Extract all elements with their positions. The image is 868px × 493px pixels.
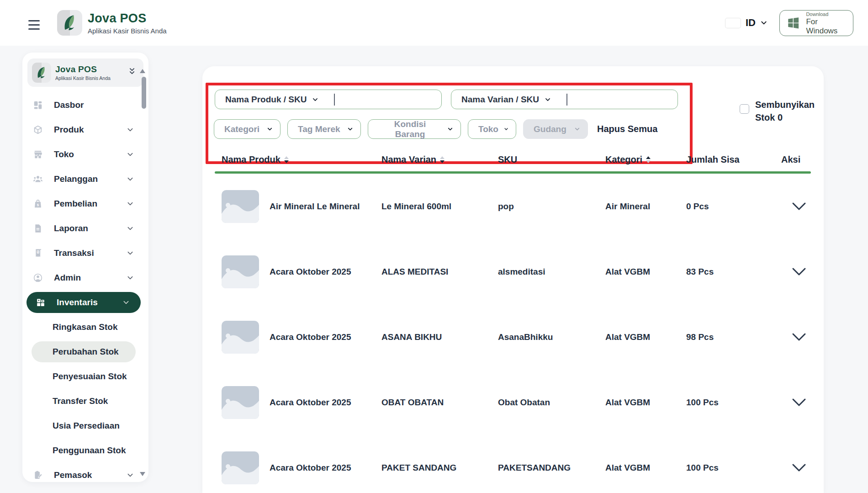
sidebar-nav: Dasbor Produk Toko Pelanggan Pembelian (22, 93, 148, 482)
sidebar-subitem-usia-persediaan[interactable]: Usia Persediaan (22, 413, 148, 438)
receipt-icon (33, 248, 43, 258)
language-selector[interactable]: ID (725, 17, 767, 29)
cell-nama-produk: Acara Oktober 2025 (270, 332, 351, 342)
toko-filter-dropdown[interactable]: Toko (468, 119, 516, 139)
sidebar-brand-tagline: Aplikasi Kasir Bisnis Anda (55, 75, 111, 81)
sidebar-subitem-transfer-stok[interactable]: Transfer Stok (22, 389, 148, 413)
hide-stock-zero-control[interactable]: Sembunyikan Stok 0 (740, 98, 815, 124)
expand-row-button[interactable] (780, 396, 818, 409)
sidebar-scrollbar-up-arrow[interactable] (140, 69, 145, 73)
customers-icon (33, 174, 43, 184)
sidebar-scrollbar-thumb[interactable] (142, 77, 146, 109)
chevron-down-icon (127, 249, 134, 257)
table-row: Acara Oktober 2025 OBAT OBATAN Obat Obat… (215, 370, 811, 435)
top-header: Jova POS Aplikasi Kasir Bisnis Anda ID D… (0, 0, 868, 46)
sidebar-item-pemasok[interactable]: Pemasok (22, 463, 148, 482)
download-for-windows-button[interactable]: Download For Windows (779, 10, 853, 36)
chevron-down-icon (127, 200, 134, 207)
cell-nama-varian: OBAT OBATAN (381, 398, 498, 408)
download-label-small: Download (806, 11, 828, 17)
sidebar: Jova POS Aplikasi Kasir Bisnis Anda Dasb… (22, 53, 148, 482)
cell-nama-produk: Acara Oktober 2025 (270, 267, 351, 277)
supplier-clipboard-icon (33, 470, 43, 480)
clear-all-filters-button[interactable]: Hapus Semua (597, 119, 657, 139)
variant-sku-search: Nama Varian / SKU (451, 90, 678, 109)
dashboard-icon (33, 100, 43, 110)
tag-merek-filter-dropdown[interactable]: Tag Merek (287, 119, 361, 139)
column-header-nama-varian[interactable]: Nama Varian (381, 154, 498, 165)
sidebar-subitem-penggunaan-stok[interactable]: Penggunaan Stok (22, 438, 148, 463)
hide-stock-zero-checkbox[interactable] (740, 104, 749, 114)
cell-jumlah-sisa: 100 Pcs (686, 398, 780, 408)
cell-nama-varian: PAKET SANDANG (381, 463, 498, 473)
chevron-down-icon (792, 333, 806, 342)
variant-sku-search-input[interactable] (567, 90, 677, 109)
hamburger-menu-button[interactable] (28, 20, 40, 30)
column-header-nama-produk[interactable]: Nama Produk (222, 154, 381, 165)
brand-tagline: Aplikasi Kasir Bisnis Anda (88, 27, 167, 35)
chevron-down-icon (312, 96, 318, 103)
product-sku-search-input[interactable] (335, 90, 441, 109)
product-image-placeholder-icon (222, 386, 259, 419)
filter-dropdown-row: Kategori Tag Merek Kondisi Barang Toko G… (214, 119, 588, 139)
product-image-placeholder-icon (222, 321, 259, 354)
sidebar-brand-header[interactable]: Jova POS Aplikasi Kasir Bisnis Anda (27, 58, 143, 87)
jova-pos-leaf-icon (57, 10, 82, 36)
purchase-bag-icon (33, 199, 43, 209)
stock-table: Nama Produk Nama Varian SKU Kategori Jum… (215, 149, 811, 493)
product-sku-search-type-dropdown[interactable]: Nama Produk / SKU (215, 95, 318, 105)
gudang-filter-dropdown: Gudang (523, 119, 588, 139)
store-icon (33, 149, 43, 159)
cell-nama-varian: ALAS MEDITASI (381, 267, 498, 277)
cell-kategori: Alat VGBM (605, 463, 686, 473)
brand-name: Jova POS (88, 11, 167, 26)
sidebar-item-transaksi[interactable]: Transaksi (22, 241, 148, 265)
sidebar-subitem-penyesuaian-stok[interactable]: Penyesuaian Stok (22, 364, 148, 389)
inventory-boxes-icon (36, 297, 46, 307)
kategori-filter-dropdown[interactable]: Kategori (214, 119, 281, 139)
admin-user-icon (33, 273, 43, 283)
brand-logo[interactable]: Jova POS Aplikasi Kasir Bisnis Anda (57, 10, 167, 36)
sidebar-item-toko[interactable]: Toko (22, 142, 148, 167)
cell-nama-varian: Le Mineral 600ml (381, 201, 498, 212)
product-image-placeholder-icon (222, 451, 259, 484)
jova-pos-leaf-icon (32, 63, 51, 83)
cell-nama-produk: Air Mineral Le Mineral (270, 201, 360, 212)
main-content-card: Nama Produk / SKU Nama Varian / SKU Kate… (202, 66, 824, 493)
sidebar-subitem-perubahan-stok[interactable]: Perubahan Stok (22, 339, 148, 364)
table-row: Acara Oktober 2025 ALAS MEDITASI alsmedi… (215, 239, 811, 304)
chevron-down-icon (792, 398, 806, 407)
product-image-placeholder-icon (222, 190, 259, 223)
sidebar-item-pelanggan[interactable]: Pelanggan (22, 167, 148, 191)
expand-row-button[interactable] (780, 331, 818, 344)
chevron-down-icon (127, 126, 134, 133)
sidebar-subitem-ringkasan-stok[interactable]: Ringkasan Stok (22, 315, 148, 339)
expand-row-button[interactable] (780, 200, 818, 213)
expand-row-button[interactable] (780, 265, 818, 278)
chevron-down-icon (792, 463, 806, 472)
cell-jumlah-sisa: 100 Pcs (686, 463, 780, 473)
sidebar-item-laporan[interactable]: Laporan (22, 216, 148, 241)
app-screen: Jova POS Aplikasi Kasir Bisnis Anda ID D… (0, 0, 868, 493)
sidebar-item-inventaris[interactable]: Inventaris (22, 290, 148, 315)
chevron-down-icon (792, 267, 806, 276)
column-header-kategori[interactable]: Kategori (605, 154, 686, 165)
table-row: Acara Oktober 2025 ASANA BIKHU AsanaBhik… (215, 304, 811, 370)
chevron-down-icon (792, 202, 806, 211)
kondisi-barang-filter-dropdown[interactable]: Kondisi Barang (368, 119, 461, 139)
sidebar-item-admin[interactable]: Admin (22, 265, 148, 290)
sidebar-item-produk[interactable]: Produk (22, 117, 148, 142)
sidebar-item-pembelian[interactable]: Pembelian (22, 191, 148, 216)
cell-sku: Obat Obatan (498, 398, 605, 408)
variant-sku-search-type-dropdown[interactable]: Nama Varian / SKU (451, 95, 551, 105)
expand-row-button[interactable] (780, 461, 818, 474)
cell-jumlah-sisa: 98 Pcs (686, 332, 780, 342)
sidebar-scrollbar-down-arrow[interactable] (140, 472, 145, 476)
chevron-down-icon (127, 225, 134, 232)
sort-icon (284, 156, 289, 163)
cell-nama-varian: ASANA BIKHU (381, 332, 498, 342)
sidebar-collapse-icon[interactable] (127, 67, 137, 79)
sidebar-item-dasbor[interactable]: Dasbor (22, 93, 148, 117)
download-label-large: For Windows (806, 17, 837, 35)
cell-kategori: Air Mineral (605, 201, 686, 212)
